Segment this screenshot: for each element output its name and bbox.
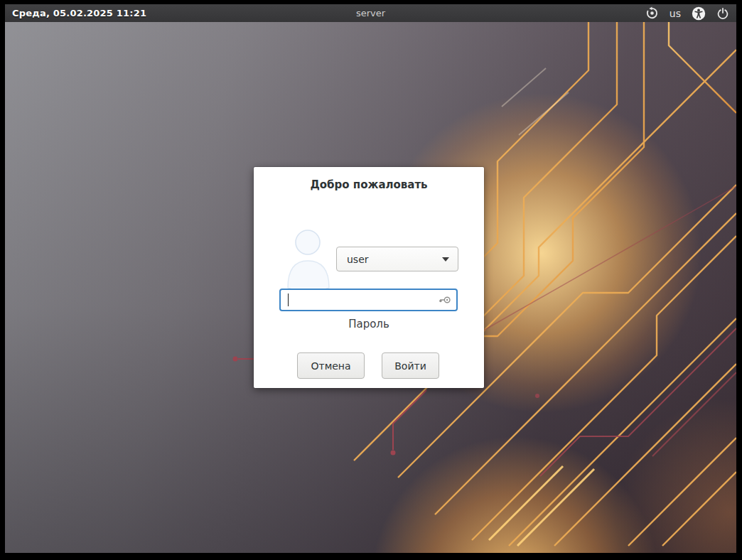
chevron-down-icon [442,257,449,262]
login-dialog: Добро пожаловать user Парол [254,167,484,388]
dialog-title: Добро пожаловать [254,178,484,191]
accessibility-icon[interactable] [692,6,706,21]
password-input[interactable] [279,289,458,311]
password-label: Пароль [254,318,484,330]
power-icon[interactable] [716,7,729,20]
keyboard-layout-indicator[interactable]: us [670,8,681,19]
login-button[interactable]: Войти [382,352,439,379]
top-panel: Среда, 05.02.2025 11:21 server us [5,4,736,22]
hostname-label: server [5,8,736,18]
password-field-wrap [279,289,458,311]
cancel-button[interactable]: Отмена [297,352,365,379]
user-dropdown[interactable]: user [336,247,458,271]
panel-indicators: us [645,6,729,21]
desktop-background: Среда, 05.02.2025 11:21 server us [5,4,736,553]
key-icon [439,294,451,308]
session-switch-icon[interactable] [645,6,659,20]
user-avatar-icon [286,228,332,289]
user-dropdown-value: user [347,254,442,265]
